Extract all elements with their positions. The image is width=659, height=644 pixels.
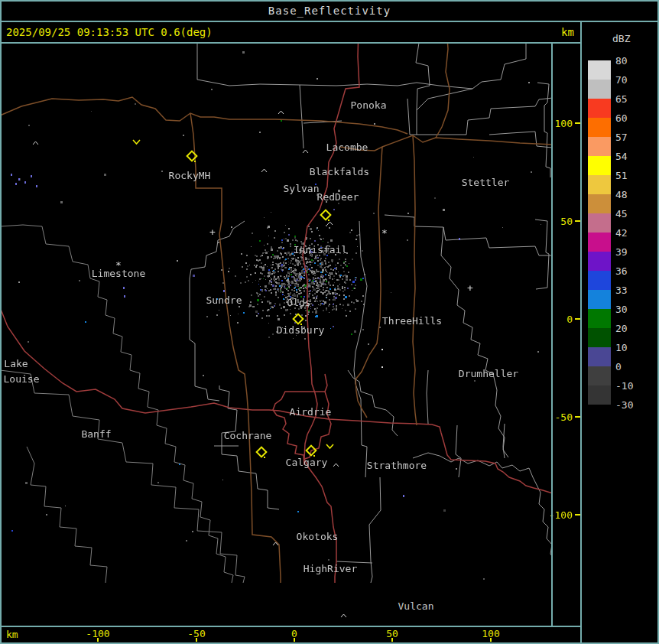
caret-up-icon [272, 542, 279, 546]
right-axis-tick-label: 100 [555, 118, 573, 129]
colorbar-level-label: 36 [615, 265, 628, 277]
weak-echo-dot [18, 178, 20, 181]
colorbar-swatch [588, 309, 611, 328]
colorbar-level-label: 45 [615, 208, 628, 220]
point-marker-dot [381, 349, 383, 350]
city-label: RedDeer [317, 191, 359, 203]
reflectivity-colorbar: dBZ 807065605754514845423936333020100-10… [582, 22, 659, 642]
county-boundaries [2, 44, 552, 583]
chevron-down-icon [132, 139, 141, 145]
colorbar-level-label: 51 [615, 170, 628, 181]
right-axis-tick-label: 0 [566, 314, 573, 325]
colorbar-level-label: -30 [615, 399, 633, 411]
city-label: Innisfail [294, 244, 347, 255]
weak-echo-dot [15, 183, 17, 185]
bottom-axis-tick-mark [97, 638, 99, 642]
colorbar-swatch [588, 156, 611, 175]
panel-divider [580, 21, 582, 644]
city-label: Cochrane [224, 430, 272, 441]
weak-echo-dot [403, 495, 404, 497]
info-bar: 2025/09/25 09:13:53 UTC 0.6(deg) km [0, 22, 579, 42]
colorbar-level-label: 65 [615, 93, 628, 105]
bottom-axis-tick-mark [391, 638, 393, 642]
city-label: Blackfalds [310, 166, 369, 177]
plus-marker-icon: + [209, 226, 216, 238]
colorbar-swatch [588, 385, 611, 405]
weak-echo-dot [124, 295, 125, 298]
city-label: Strathmore [367, 460, 427, 471]
colorbar-level-label: 60 [615, 112, 628, 124]
colorbar-swatch [588, 213, 611, 233]
basemap-lines [2, 44, 552, 583]
colorbar-level-label: 39 [615, 246, 628, 258]
colorbar-level-label: 57 [615, 132, 628, 143]
right-axis: 100500-50-100 [553, 43, 580, 626]
city-label: Calgary [286, 457, 328, 468]
city-label: Sylvan [284, 183, 320, 194]
city-label: Sundre [206, 294, 242, 306]
city-label: Ponoka [351, 99, 387, 111]
radar-site-dot [300, 324, 302, 325]
city-label: RockyMH [169, 170, 211, 181]
city-label: Didsbury [277, 324, 325, 336]
city-label: Olds [287, 297, 310, 308]
colorbar-swatch [588, 290, 611, 309]
right-axis-tick-mark [575, 416, 580, 418]
colorbar-swatch [588, 80, 611, 99]
point-marker-dot [381, 366, 383, 368]
bottom-axis-unit-label: km [6, 629, 18, 640]
weak-echo-dot [459, 238, 460, 240]
city-label: Drumheller [459, 368, 518, 379]
right-axis-tick-label: 50 [560, 216, 573, 227]
colorbar-level-label: 42 [615, 227, 628, 239]
radar-app-window: Base_Reflectivity 2025/09/25 09:13:53 UT… [0, 0, 659, 644]
city-label: Vulcan [398, 600, 434, 612]
colorbar-level-label: 54 [615, 151, 628, 162]
highways-brown [2, 44, 552, 583]
colorbar-level-label: 70 [615, 74, 628, 86]
right-axis-unit-label: km [561, 26, 574, 38]
title-divider [0, 21, 659, 22]
caret-up-icon [340, 613, 347, 618]
frame-top [0, 0, 659, 2]
map-viewport[interactable]: PonokaLacombeBlackfaldsSylvanRedDeerStet… [2, 44, 552, 626]
weak-echo-dot [31, 175, 32, 177]
asterisk-marker-icon: * [381, 227, 388, 239]
colorbar-swatch [588, 271, 611, 290]
frame-left [0, 0, 2, 644]
colorbar-level-label: 80 [615, 55, 628, 67]
map-top-border [0, 42, 581, 44]
weak-echo-dot [123, 287, 125, 289]
city-label: Stettler [462, 177, 510, 188]
caret-up-icon [302, 149, 309, 154]
right-axis-tick-mark [575, 318, 580, 320]
bottom-axis-tick-mark [294, 638, 295, 642]
asterisk-marker-icon: * [115, 259, 122, 271]
plus-marker-icon: + [467, 282, 473, 294]
colorbar-level-label: 30 [615, 304, 628, 315]
colorbar-swatch [588, 328, 611, 347]
colorbar-swatch [588, 252, 611, 271]
timestamp-label: 2025/09/25 09:13:53 UTC 0.6(deg) [6, 26, 213, 38]
city-label: Louise [4, 373, 40, 385]
colorbar-swatch [588, 118, 611, 137]
colorbar-swatch [588, 60, 611, 80]
colorbar-level-label: 0 [615, 361, 622, 372]
right-axis-tick-mark [575, 514, 580, 516]
colorbar-level-label: 10 [615, 342, 628, 353]
colorbar-swatch [588, 233, 611, 252]
map-bottom-border [0, 626, 581, 627]
caret-up-icon [333, 463, 339, 467]
right-axis-tick-label: -50 [555, 411, 573, 423]
caret-up-icon [278, 110, 284, 115]
colorbar-swatch [588, 175, 611, 194]
title-bar: Base_Reflectivity [0, 0, 659, 21]
city-label: Airdrie [290, 406, 332, 418]
weak-echo-dot [24, 181, 26, 184]
colorbar-swatch [588, 99, 611, 118]
page-title: Base_Reflectivity [268, 5, 391, 17]
city-label: Lacombe [326, 141, 368, 153]
radar-site-dot [194, 161, 196, 162]
colorbar-level-label: 20 [615, 323, 628, 334]
weak-echo-dot [11, 174, 12, 176]
